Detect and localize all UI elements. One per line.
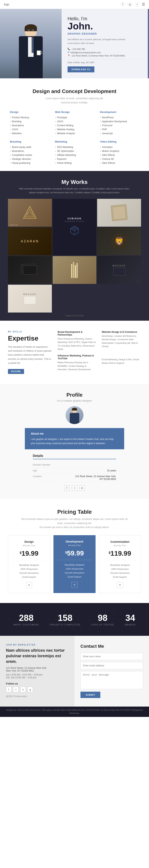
follow-label: Follow us xyxy=(6,682,69,685)
pricing-card-development: Development Monthly Plan $59.99 Beautifu… xyxy=(53,535,96,593)
resume-button[interactable]: RESUME xyxy=(8,369,24,374)
twitter-icon[interactable]: t xyxy=(135,2,140,7)
work-item-1[interactable]: triangle logo xyxy=(8,199,52,227)
work-item-6[interactable] xyxy=(8,256,52,284)
newsletter-title: Nam ultrices ultrices nec tortor pulvina… xyxy=(6,648,69,664)
pricing-grid: Design Monthly Plan $19.99 Beautifully d… xyxy=(8,535,141,593)
follow-facebook-icon[interactable]: f xyxy=(6,687,11,692)
follow-icons: f t in g xyxy=(6,687,69,692)
social-facebook-icon[interactable]: f xyxy=(64,485,70,491)
newsletter-section: JOIN MY NEWSLETTER Nam ultrices ultrices… xyxy=(0,636,75,707)
expertise-skill-3: Influencer Marketing, Podcast & YouTube … xyxy=(58,354,97,371)
works-description: Wilt commodo euismod vulputate consequat… xyxy=(8,187,141,194)
detail-row-3: Location 121 Rock Street, 21 Avenue New … xyxy=(33,473,116,482)
expertise-skill-1: Brand Development & Partnerships Direct … xyxy=(58,331,97,351)
social-instagram-icon[interactable]: in xyxy=(79,485,85,491)
work-item-4[interactable]: AZARAN xyxy=(8,227,52,255)
profile-details: Details Number Number Age 31 years Locat… xyxy=(33,454,116,482)
download-cv-button[interactable]: DOWNLOAD CV xyxy=(68,66,95,72)
contact-title: Contact Me xyxy=(80,644,143,649)
about-me-box: About me I am graphic art designer. I am… xyxy=(25,428,124,449)
contact-submit-button[interactable]: SUBMIT xyxy=(80,692,100,698)
stat-happy-customers: 288 HAPPY CUSTOMERS xyxy=(13,613,39,626)
profile-avatar xyxy=(66,406,83,424)
privacy-link[interactable]: @2021 Privacy policy xyxy=(6,695,69,698)
work-item-8[interactable]: MOCKUP xyxy=(97,256,141,284)
hero-phone: 📞 +123 456 789 xyxy=(68,48,144,50)
pricing-design-btn[interactable]: + xyxy=(26,582,32,588)
stat-number-4: 34 xyxy=(125,613,136,623)
expertise-skill-4: Email Marketing, Design & Dev, Social Me… xyxy=(102,354,141,371)
skills-description: Lorem ipsum dolor sit amet, consectetur … xyxy=(10,96,139,104)
stat-awards: 34 AWARDS xyxy=(125,613,136,626)
skill-col-video: Video Editing ›Animation ›Motion Graphic… xyxy=(100,140,139,165)
stat-projects: 158 PROJECTS COMPLETED xyxy=(50,613,80,626)
follow-google-icon[interactable]: g xyxy=(28,687,33,692)
stat-coffee: 98 CUPS OF COFFEE xyxy=(91,613,114,626)
hero-section: Hello, I'm John. Graphic Designer Sed ef… xyxy=(0,9,149,78)
skill-col-marketing: Marketing ›SEO Marketing ›SE Optimizatio… xyxy=(55,140,94,165)
hero-greeting: Hello, I'm xyxy=(68,16,144,22)
bottom-section: JOIN MY NEWSLETTER Nam ultrices ultrices… xyxy=(0,636,149,707)
hero-name: John. xyxy=(68,22,144,31)
expertise-description: Two decades of hands-on experience and h… xyxy=(8,345,52,365)
stats-section: 288 HAPPY CUSTOMERS 158 PROJECTS COMPLET… xyxy=(0,603,149,636)
navbar: logo f ◎ t ☰ xyxy=(0,0,149,9)
expertise-right: Brand Development & Partnerships Direct … xyxy=(58,331,141,371)
contact-name-input[interactable] xyxy=(80,653,143,660)
stat-label-4: AWARDS xyxy=(125,624,136,626)
stat-label-3: CUPS OF COFFEE xyxy=(91,624,114,626)
facebook-icon[interactable]: f xyxy=(120,2,125,7)
pricing-section: Pricing Table Elit commodo ullamco quis … xyxy=(0,499,149,603)
pricing-customization-btn[interactable]: + xyxy=(117,582,123,588)
profile-subtitle: I'm a creative graphic designer xyxy=(8,399,141,402)
contact-email-input[interactable] xyxy=(80,662,143,669)
work-item-2[interactable]: CUBIKEN INTERIOR STUDIO xyxy=(53,199,97,255)
hero-dob: Date of Birth: Aug, 5th 1987 xyxy=(68,61,144,64)
email-icon: ✉ xyxy=(68,51,69,54)
profile-title: Profile xyxy=(8,392,141,398)
expertise-title: Expertise xyxy=(8,334,52,342)
work-item-9[interactable]: MOCKUP xyxy=(8,285,52,313)
about-me-title: About me xyxy=(31,432,118,435)
contact-section: Contact Me SUBMIT xyxy=(75,636,149,707)
pricing-title: Pricing Table xyxy=(8,509,141,515)
address-icon: 📍 xyxy=(68,55,70,57)
newsletter-address: 121 Rock Street, 21 Avenue New York New … xyxy=(6,666,69,672)
social-twitter-icon[interactable]: t xyxy=(72,485,77,491)
stat-label-2: PROJECTS COMPLETED xyxy=(50,624,80,626)
expertise-section: MY SKILLS Expertise Two decades of hands… xyxy=(0,321,149,384)
hero-description: Sed efficitur arcu ut lorem placerat, ut… xyxy=(68,38,127,45)
follow-linkedin-icon[interactable]: in xyxy=(20,687,26,692)
detail-row-2: Age 31 years xyxy=(33,468,116,473)
pricing-card-design: Design Monthly Plan $19.99 Beautifully d… xyxy=(8,535,50,593)
skill-col-design: Design ›Product Mockup ›Branding ›Illust… xyxy=(10,111,49,135)
instagram-icon[interactable]: ◎ xyxy=(127,2,132,7)
skill-col-branding: Branding ›Brand equity audit ›Illustrati… xyxy=(10,140,49,165)
work-item-7[interactable] xyxy=(53,256,97,284)
follow-twitter-icon[interactable]: t xyxy=(13,687,19,692)
newsletter-tag: JOIN MY NEWSLETTER xyxy=(6,644,69,646)
newsletter-hours: Sun: 9:00 AM - 6:00 PM – 8:00 pm Sat: Sa… xyxy=(6,673,69,679)
svg-marker-1 xyxy=(26,209,34,217)
pricing-description: Elit commodo ullamco quis ex aute quisit… xyxy=(19,517,130,529)
pricing-card-customization: Customization Monthly Plan $119.99 Beaut… xyxy=(99,535,141,593)
work-item-3[interactable] xyxy=(97,199,141,227)
detail-row-1: Number Number xyxy=(33,462,116,468)
work-item-5[interactable]: 🦁 xyxy=(97,227,141,255)
works-credit: Images from Freepik xyxy=(8,314,141,317)
details-title: Details xyxy=(33,454,116,459)
expertise-tag: MY SKILLS xyxy=(8,331,52,333)
stat-number-1: 288 xyxy=(13,613,39,623)
pricing-development-btn[interactable]: + xyxy=(72,582,77,588)
about-me-text: I am graphic art designer. I am expert i… xyxy=(31,437,118,445)
expertise-left: MY SKILLS Expertise Two decades of hands… xyxy=(8,331,52,374)
works-grid: triangle logo CUBIKEN INTERIOR STUDIO A xyxy=(8,199,141,313)
works-section: My Works Wilt commodo euismod vulputate … xyxy=(0,171,149,320)
menu-icon[interactable]: ☰ xyxy=(142,2,145,6)
profile-social: f t in xyxy=(8,485,141,491)
nav-icons: f ◎ t ☰ xyxy=(120,2,145,7)
svg-marker-4 xyxy=(71,226,78,231)
expertise-skill-2: Website Design & E-Commerce Advertising … xyxy=(102,331,141,351)
contact-message-input[interactable] xyxy=(80,671,143,689)
